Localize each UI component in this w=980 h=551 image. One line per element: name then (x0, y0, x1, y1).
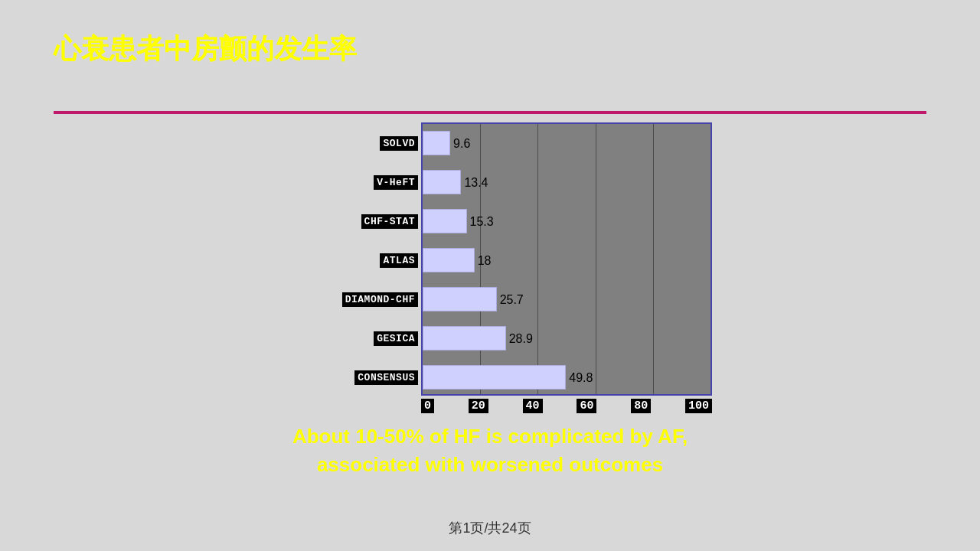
bar-fill (423, 365, 566, 390)
bar-label: DIAMOND-CHF (342, 292, 418, 307)
bar-row: CONSENSUS49.8 (423, 358, 710, 397)
bar-row: V-HeFT13.4 (423, 163, 710, 202)
x-tick: 40 (523, 399, 543, 413)
bar-row: SOLVD9.6 (423, 124, 710, 163)
bar-value: 49.8 (569, 371, 593, 385)
bar-label: V-HeFT (374, 175, 418, 190)
divider (54, 111, 926, 114)
x-axis: 020406080100 (421, 399, 712, 413)
bar-row: GESICA28.9 (423, 319, 710, 358)
bar-row: ATLAS18 (423, 241, 710, 280)
bar-row: CHF-STAT15.3 (423, 202, 710, 241)
bar-fill (423, 209, 467, 233)
x-tick: 100 (685, 399, 712, 413)
subtitle: About 10-50% of HF is complicated by AF,… (0, 422, 980, 478)
bar-value: 25.7 (500, 293, 524, 307)
bar-label: GESICA (374, 331, 418, 346)
bar-fill (423, 326, 506, 350)
bar-row: DIAMOND-CHF25.7 (423, 280, 710, 319)
page-title: 心衰患者中房颤的发生率 (54, 31, 357, 68)
bar-value: 9.6 (453, 137, 470, 151)
bar-value: 18 (478, 254, 492, 268)
x-tick: 60 (577, 399, 596, 413)
bar-label: CONSENSUS (354, 370, 418, 385)
bar-label: SOLVD (380, 136, 418, 151)
bar-label: ATLAS (380, 253, 418, 268)
page-number: 第1页/共24页 (0, 519, 980, 537)
bar-fill (423, 170, 461, 194)
bar-value: 28.9 (509, 332, 533, 346)
bar-value: 13.4 (464, 176, 488, 190)
bar-value: 15.3 (470, 215, 494, 229)
chart-area: SOLVD9.6V-HeFT13.4CHF-STAT15.3ATLAS18DIA… (54, 122, 926, 413)
bar-fill (423, 131, 450, 155)
x-tick: 0 (421, 399, 434, 413)
x-tick: 20 (469, 399, 488, 413)
x-tick: 80 (631, 399, 651, 413)
bar-fill (423, 287, 497, 311)
chart-box: SOLVD9.6V-HeFT13.4CHF-STAT15.3ATLAS18DIA… (421, 122, 712, 396)
bar-fill (423, 248, 475, 272)
bar-label: CHF-STAT (361, 214, 418, 229)
